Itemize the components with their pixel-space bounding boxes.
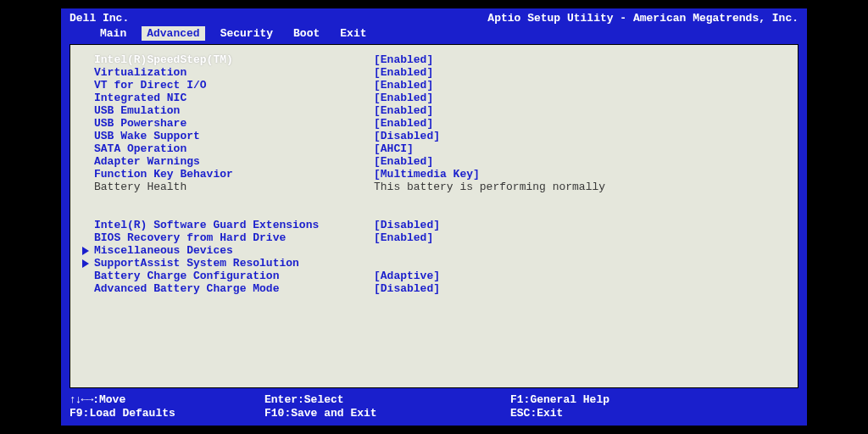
setting-value: [Enabled] (374, 155, 433, 168)
setting-label: Battery Charge Configuration (94, 270, 374, 282)
setting-integrated-nic[interactable]: Integrated NIC [Enabled] (82, 92, 786, 104)
setting-usb-wake[interactable]: USB Wake Support [Disabled] (82, 130, 786, 142)
setting-value: [Disabled] (374, 219, 440, 231)
tab-exit[interactable]: Exit (335, 26, 371, 41)
setting-value: [Disabled] (374, 130, 440, 142)
vendor-label: Dell Inc. (70, 12, 129, 25)
setting-virtualization[interactable]: Virtualization [Enabled] (82, 66, 786, 79)
setting-adapter-warnings[interactable]: Adapter Warnings [Enabled] (82, 155, 786, 168)
setting-bios-recovery[interactable]: BIOS Recovery from Hard Drive [Enabled] (82, 231, 786, 244)
setting-sgx[interactable]: Intel(R) Software Guard Extensions [Disa… (82, 219, 786, 231)
submenu-misc-devices[interactable]: Miscellaneous Devices (82, 244, 786, 257)
setting-label: Intel(R)SpeedStep(TM) (94, 53, 374, 66)
help-enter: Enter:Select (264, 393, 510, 407)
header: Dell Inc. Aptio Setup Utility - American… (61, 8, 807, 25)
setting-value: [Multimedia Key] (374, 168, 480, 181)
setting-usb-powershare[interactable]: USB Powershare [Enabled] (82, 117, 786, 130)
setting-label: VT for Direct I/O (94, 79, 374, 92)
setting-label: Miscellaneous Devices (94, 244, 374, 257)
help-esc: ESC:Exit (510, 407, 563, 420)
setting-value: [Enabled] (374, 92, 433, 104)
bios-screen: Dell Inc. Aptio Setup Utility - American… (61, 8, 807, 426)
tab-main[interactable]: Main (95, 26, 131, 41)
setting-value: [Enabled] (374, 53, 433, 66)
setting-value: [Enabled] (374, 117, 433, 130)
setting-value: [Enabled] (374, 66, 433, 79)
setting-label: USB Powershare (94, 117, 374, 130)
setting-value: [Enabled] (374, 231, 433, 244)
submenu-arrow-icon (82, 259, 89, 268)
setting-value: This battery is performing normally (374, 181, 605, 193)
utility-title: Aptio Setup Utility - American Megatrend… (487, 12, 798, 25)
tab-security[interactable]: Security (215, 26, 278, 41)
setting-adv-battery-charge[interactable]: Advanced Battery Charge Mode [Disabled] (82, 282, 786, 295)
tab-bar: Main Advanced Security Boot Exit (61, 25, 807, 44)
setting-value: [Enabled] (374, 104, 433, 117)
tab-boot[interactable]: Boot (288, 26, 325, 41)
help-f10: F10:Save and Exit (264, 407, 510, 420)
setting-battery-health: Battery Health This battery is performin… (82, 181, 786, 193)
spacer (82, 193, 786, 219)
tab-advanced[interactable]: Advanced (142, 26, 204, 41)
settings-panel: Intel(R)SpeedStep(TM) [Enabled] Virtuali… (70, 44, 798, 388)
setting-label: SupportAssist System Resolution (94, 257, 374, 270)
help-move: ↑↓←→:Move (70, 393, 264, 407)
setting-label: BIOS Recovery from Hard Drive (94, 231, 374, 244)
help-f9: F9:Load Defaults (70, 407, 264, 420)
setting-value: [Adaptive] (374, 270, 440, 282)
setting-value: [AHCI] (374, 142, 414, 155)
submenu-supportassist[interactable]: SupportAssist System Resolution (82, 257, 786, 270)
footer-help: ↑↓←→:Move Enter:Select F1:General Help F… (61, 392, 807, 426)
setting-label: USB Wake Support (94, 130, 374, 142)
help-move-text: :Move (92, 393, 125, 406)
setting-value: [Enabled] (374, 79, 433, 92)
setting-speedstep[interactable]: Intel(R)SpeedStep(TM) [Enabled] (82, 53, 786, 66)
setting-label: Virtualization (94, 66, 374, 79)
setting-battery-charge-config[interactable]: Battery Charge Configuration [Adaptive] (82, 270, 786, 282)
setting-usb-emulation[interactable]: USB Emulation [Enabled] (82, 104, 786, 117)
setting-fn-key-behavior[interactable]: Function Key Behavior [Multimedia Key] (82, 168, 786, 181)
submenu-arrow-icon (82, 247, 89, 255)
setting-label: Advanced Battery Charge Mode (94, 282, 374, 295)
help-f1: F1:General Help (510, 393, 609, 407)
setting-label: Intel(R) Software Guard Extensions (94, 219, 374, 231)
arrow-keys-icon: ↑↓←→ (70, 393, 92, 407)
setting-value: [Disabled] (374, 282, 440, 295)
setting-label: Function Key Behavior (94, 168, 374, 181)
setting-label: Integrated NIC (94, 92, 374, 104)
setting-label: SATA Operation (94, 142, 374, 155)
setting-vt-direct-io[interactable]: VT for Direct I/O [Enabled] (82, 79, 786, 92)
setting-sata-operation[interactable]: SATA Operation [AHCI] (82, 142, 786, 155)
setting-label: Adapter Warnings (94, 155, 374, 168)
setting-label: Battery Health (94, 181, 374, 193)
setting-label: USB Emulation (94, 104, 374, 117)
